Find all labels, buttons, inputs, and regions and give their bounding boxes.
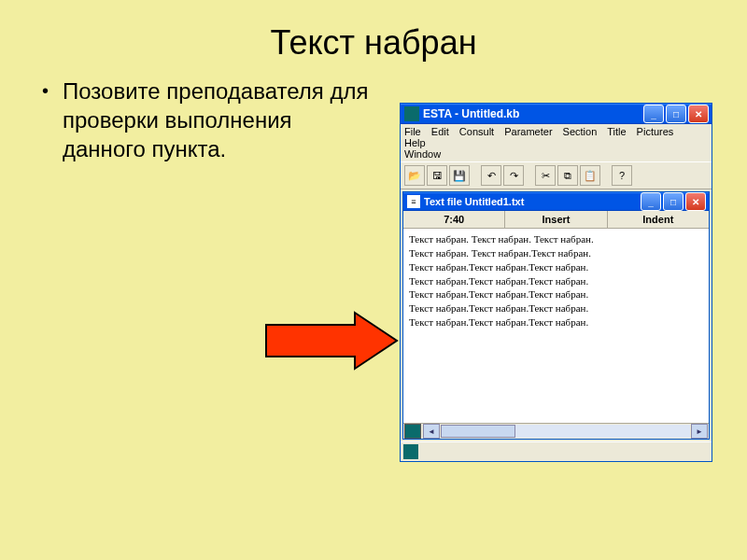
app-statusbar	[401, 441, 712, 461]
inner-window: ≡ Text file Untitled1.txt _ □ ✕ 7:40 Ins…	[402, 191, 710, 440]
menu-pictures[interactable]: Pictures	[637, 126, 674, 137]
tool-copy-icon[interactable]: ⧉	[557, 165, 578, 186]
svg-marker-0	[266, 313, 397, 369]
menu-file[interactable]: File	[404, 126, 421, 137]
minimize-button[interactable]: _	[643, 105, 664, 123]
document-icon: ≡	[407, 195, 420, 208]
scroll-left-icon[interactable]: ◄	[423, 424, 440, 439]
menu-section[interactable]: Section	[563, 126, 598, 137]
inner-titlebar[interactable]: ≡ Text file Untitled1.txt _ □ ✕	[403, 192, 709, 211]
text-line: Текст набран.Текст набран.Текст набран.	[409, 260, 703, 274]
bullet-dot-icon: •	[42, 77, 49, 105]
tool-save-icon[interactable]: 💾	[449, 165, 470, 186]
text-line: Текст набран.Текст набран.Текст набран.	[409, 315, 703, 329]
text-area[interactable]: Текст набран. Текст набран. Текст набран…	[403, 229, 709, 423]
status-app-icon[interactable]	[403, 444, 418, 459]
close-button[interactable]: ✕	[688, 105, 709, 123]
status-insert: Insert	[505, 211, 607, 228]
tool-paste-icon[interactable]: 📋	[580, 165, 600, 186]
app-icon	[404, 106, 419, 121]
menu-title[interactable]: Title	[607, 126, 626, 137]
toolbar: 📂 🖫 💾 ↶ ↷ ✂ ⧉ 📋 ?	[401, 161, 712, 189]
tool-savekb-icon[interactable]: 🖫	[427, 165, 447, 186]
status-indent: Indent	[608, 211, 709, 228]
inner-close-button[interactable]: ✕	[685, 192, 706, 211]
status-bar: 7:40 Insert Indent	[403, 211, 709, 229]
bullet-item: • Позовите преподавателя для проверки вы…	[42, 77, 369, 164]
tool-open-icon[interactable]: 📂	[404, 165, 425, 186]
tool-help-icon[interactable]: ?	[612, 165, 632, 186]
taskbar-icon[interactable]	[404, 424, 421, 439]
inner-window-title: Text file Untitled1.txt	[424, 196, 641, 207]
scroll-track[interactable]	[441, 425, 690, 438]
status-position: 7:40	[403, 211, 505, 228]
tool-cut-icon[interactable]: ✂	[535, 165, 556, 186]
text-line: Текст набран.Текст набран.Текст набран.	[409, 287, 703, 301]
scroll-right-icon[interactable]: ►	[691, 424, 708, 439]
tool-undo-icon[interactable]: ↶	[481, 165, 501, 186]
tool-redo-icon[interactable]: ↷	[503, 165, 524, 186]
inner-maximize-button[interactable]: □	[663, 192, 684, 211]
arrow-icon	[261, 308, 402, 373]
horizontal-scrollbar[interactable]: ◄ ►	[403, 423, 709, 439]
text-line: Текст набран.Текст набран.Текст набран.	[409, 274, 703, 288]
menu-consult[interactable]: Consult	[459, 126, 494, 137]
maximize-button[interactable]: □	[666, 105, 686, 123]
menubar: File Edit Consult Parameter Section Titl…	[401, 124, 712, 161]
text-line: Текст набран. Текст набран. Текст набран…	[409, 232, 703, 246]
scroll-thumb[interactable]	[441, 425, 515, 438]
slide-title: Текст набран	[0, 0, 747, 77]
inner-minimize-button[interactable]: _	[641, 192, 661, 211]
menu-edit[interactable]: Edit	[431, 126, 449, 137]
app-window: ESTA - Untitled.kb _ □ ✕ File Edit Consu…	[400, 103, 712, 462]
window-title: ESTA - Untitled.kb	[423, 107, 643, 120]
titlebar[interactable]: ESTA - Untitled.kb _ □ ✕	[401, 104, 712, 124]
menu-window[interactable]: Window	[404, 148, 441, 160]
text-line: Текст набран.Текст набран.Текст набран.	[409, 301, 703, 315]
menu-help[interactable]: Help	[404, 137, 426, 148]
text-line: Текст набран. Текст набран.Текст набран.	[409, 246, 703, 260]
bullet-text: Позовите преподавателя для проверки выпо…	[63, 77, 369, 164]
menu-parameter[interactable]: Parameter	[504, 126, 552, 137]
